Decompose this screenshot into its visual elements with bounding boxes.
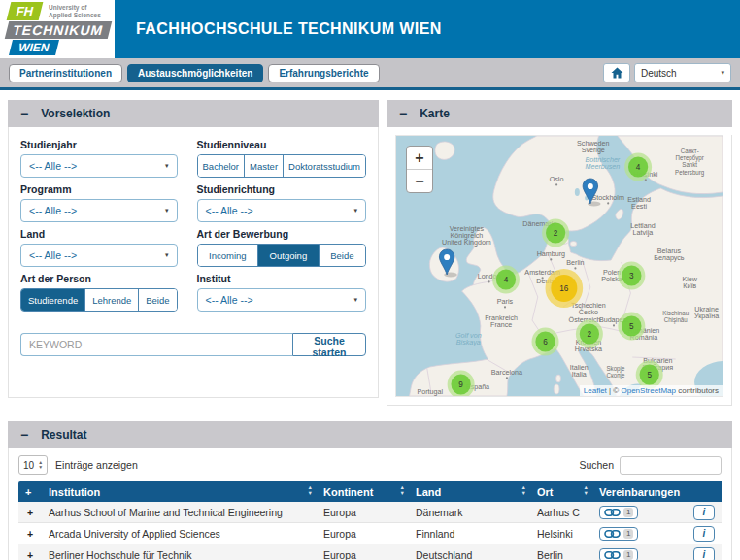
map-cluster[interactable]: 4: [624, 153, 652, 181]
info-button[interactable]: i: [693, 547, 715, 560]
vorselektion-panel: − Vorselektion Studienjahr <-- Alle -->▾…: [8, 100, 379, 398]
resultat-header[interactable]: − Resultat: [8, 421, 732, 448]
map-city-dot: [555, 183, 557, 185]
vorselektion-header[interactable]: − Vorselektion: [8, 100, 379, 127]
land-select[interactable]: <-- Alle -->▾: [20, 244, 178, 267]
art_der_bewerbung-option[interactable]: Outgoing: [257, 245, 319, 266]
karte-header[interactable]: − Karte: [387, 100, 732, 127]
sort-icon[interactable]: ▲▼: [584, 484, 589, 496]
vereinbarungen-cell: 1i: [592, 523, 722, 544]
sort-icon[interactable]: ▲▼: [521, 484, 526, 496]
collapse-icon[interactable]: −: [20, 107, 28, 120]
art_der_bewerbung-option[interactable]: Beide: [319, 245, 365, 266]
column-header-land[interactable]: Land▲▼: [409, 481, 530, 502]
link-icon: [604, 550, 621, 560]
map-cluster[interactable]: 3: [618, 262, 645, 290]
map-city-dot: [550, 258, 552, 260]
agreements-button[interactable]: 1: [599, 527, 638, 541]
map-cluster[interactable]: 2: [542, 219, 569, 247]
search-start-button[interactable]: Suche starten: [292, 333, 366, 356]
institution-cell: Arcada University of Applied Sciences: [42, 523, 317, 544]
map-label: KiewКиїв: [682, 275, 697, 290]
map-cluster[interactable]: 16: [546, 269, 584, 308]
map-label: Oslo: [550, 175, 564, 183]
map-cluster[interactable]: 2: [576, 320, 603, 348]
svg-text:4: 4: [636, 162, 641, 172]
studienjahr-select[interactable]: <-- Alle -->▾: [20, 154, 178, 178]
land-cell: Finnland: [409, 523, 530, 544]
leaflet-link[interactable]: Leaflet: [584, 386, 607, 395]
keyword-input[interactable]: [20, 333, 292, 356]
info-button[interactable]: i: [693, 505, 715, 520]
agreements-count-badge: 1: [623, 508, 633, 517]
logo-wien: WIEN: [9, 40, 59, 55]
agreements-count-badge: 1: [623, 529, 633, 539]
tab-partnerinstitutionen[interactable]: Partnerinstitutionen: [9, 64, 122, 82]
entries-label: Einträge anzeigen: [55, 459, 138, 471]
studienniveau-option[interactable]: Bachelor: [198, 155, 245, 177]
sort-icon[interactable]: ▲▼: [400, 484, 405, 496]
openstreetmap-link[interactable]: OpenStreetMap: [621, 386, 675, 395]
art_der_bewerbung-option[interactable]: Incoming: [198, 245, 258, 266]
map-cluster[interactable]: 5: [618, 313, 645, 341]
agreements-count-badge: 1: [623, 550, 633, 560]
agreements-button[interactable]: 1: [599, 506, 638, 519]
results-table: +Institution▲▼Kontinent▲▼Land▲▼Ort▲▼Vere…: [18, 481, 722, 560]
sort-icon[interactable]: ▲▼: [308, 484, 313, 496]
map-cluster[interactable]: 4: [492, 266, 520, 294]
map-canvas[interactable]: SchwedenSverigeСанкт-ПетербургSanktPeter…: [396, 136, 723, 396]
table-row: +Aarhus School of Marine and Technical E…: [18, 502, 722, 523]
language-select[interactable]: Deutsch ▾: [634, 63, 731, 82]
collapse-icon[interactable]: −: [20, 428, 28, 442]
art_der_person-option[interactable]: Studierende: [21, 289, 84, 311]
map[interactable]: SchwedenSverigeСанкт-ПетербургSanktPeter…: [395, 135, 723, 397]
link-icon: [604, 508, 621, 517]
column-label: Ort: [537, 486, 554, 498]
home-button[interactable]: [603, 63, 630, 82]
column-header-institution[interactable]: Institution▲▼: [42, 481, 317, 502]
info-button[interactable]: i: [693, 526, 715, 542]
language-value: Deutsch: [641, 68, 677, 79]
map-city-dot: [504, 306, 506, 308]
map-label: SchwedenSverige: [577, 139, 609, 154]
column-label: Institution: [49, 486, 100, 498]
map-label: UkraineУкраїна: [694, 305, 720, 320]
studienniveau-option[interactable]: Master: [244, 155, 283, 177]
tab-austauschmöglichkeiten[interactable]: Austauschmöglichkeiten: [127, 64, 263, 82]
link-icon: [604, 529, 621, 539]
programm-select[interactable]: <-- Alle -->▾: [20, 199, 178, 222]
art_der_person-option[interactable]: Lehrende: [84, 289, 138, 311]
agreements-button[interactable]: 1: [599, 548, 638, 560]
expand-row-button[interactable]: +: [18, 502, 42, 523]
expand-row-button[interactable]: +: [18, 523, 42, 544]
studienniveau-option[interactable]: Doktoratsstudium: [283, 155, 365, 177]
table-search-input[interactable]: [620, 456, 722, 475]
map-label: Paris: [497, 297, 514, 306]
studienrichtung-select[interactable]: <-- Alle -->▾: [197, 199, 366, 222]
expand-row-button[interactable]: +: [18, 544, 42, 560]
studienniveau-buttons: BachelorMasterDoktoratsstudium: [197, 154, 366, 178]
studienniveau-label: Studienniveau: [197, 139, 366, 150]
tab-erfahrungsberichte[interactable]: Erfahrungsberichte: [268, 64, 379, 82]
column-header-kontinent[interactable]: Kontinent▲▼: [317, 481, 409, 502]
page-size-select[interactable]: 10 ▲▼: [18, 455, 48, 475]
map-label: BottnischerMeerbusen: [586, 155, 621, 171]
home-icon: [611, 67, 623, 79]
institut-select[interactable]: <-- Alle -->▾: [197, 288, 366, 312]
map-label: BelarusБеларусь: [654, 247, 684, 262]
zoom-out-button[interactable]: −: [407, 170, 432, 192]
map-zoom-control: + −: [406, 146, 433, 193]
collapse-icon[interactable]: −: [399, 107, 407, 120]
fh-technikum-wien-logo[interactable]: FH University of Applied Sciences TECHNI…: [0, 0, 115, 58]
vereinbarungen-cell: 1i: [592, 502, 722, 523]
map-cluster[interactable]: 6: [532, 328, 559, 356]
kontinent-cell: Europa: [317, 544, 409, 560]
zoom-in-button[interactable]: +: [407, 147, 432, 170]
art_der_person-option[interactable]: Beide: [138, 289, 176, 311]
logo-subtitle: University of Applied Sciences: [49, 4, 101, 19]
column-header-ort[interactable]: Ort▲▼: [530, 481, 592, 502]
svg-text:5: 5: [647, 370, 652, 379]
chevron-down-icon: ▾: [165, 207, 169, 214]
table-search-label: Suchen: [579, 459, 614, 471]
chevron-down-icon: ▾: [165, 162, 169, 170]
